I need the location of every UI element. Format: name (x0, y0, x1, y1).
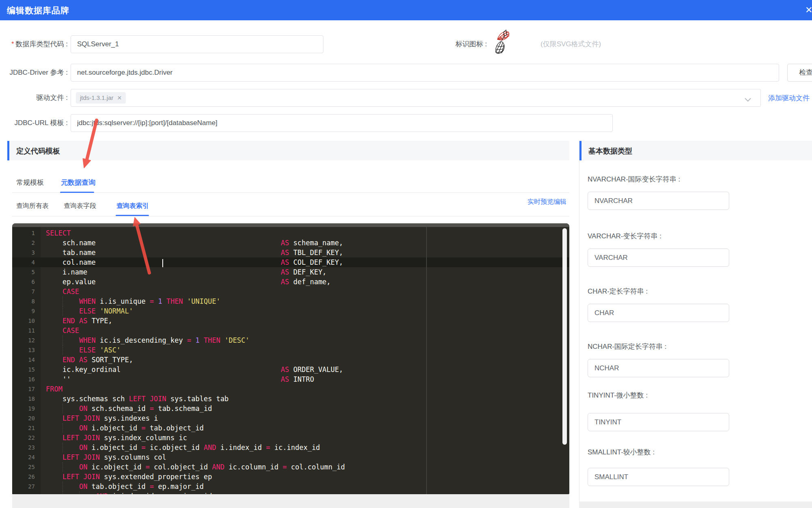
check-button[interactable]: 检查 (787, 64, 812, 82)
editor-line[interactable]: 25 ON ic.object_id = col.object_id AND i… (12, 462, 569, 472)
sqlserver-logo-icon[interactable] (492, 29, 513, 56)
datatype-label-nchar: NCHAR-国际定长字符串 : (588, 342, 667, 351)
line-number: 23 (12, 443, 41, 452)
active-subtab-underline (116, 215, 149, 216)
datatype-label-char: CHAR-定长字符串 : (588, 287, 648, 296)
line-number: 11 (12, 326, 41, 335)
page-bottom-strip (579, 502, 812, 508)
line-number: 18 (12, 394, 41, 404)
line-number: 12 (12, 335, 41, 345)
line-number: 8 (12, 296, 41, 306)
datatype-label-tinyint: TINYINT-微小整数 : (588, 391, 648, 400)
code-text: ep.valueAS def_name, (41, 277, 569, 287)
editor-line[interactable]: 9 ELSE 'NORMAL' (12, 306, 569, 316)
datatype-input-smallint[interactable] (588, 468, 729, 486)
jdbc-driver-input[interactable] (71, 64, 779, 82)
subtab-query-table-indexes[interactable]: 查询表索引 (116, 202, 149, 210)
editor-line[interactable]: 4 col.nameAS COL_DEF_KEY, (12, 257, 569, 267)
driver-file-select[interactable]: jtds-1.3.1.jar✕ (71, 89, 761, 107)
editor-line[interactable]: 27 ON tab.object_id = ep.major_id (12, 482, 569, 491)
editor-line[interactable]: 20 LEFT JOIN sys.indexes i (12, 413, 569, 423)
line-number: 9 (12, 306, 41, 316)
editor-line[interactable]: 24 LEFT JOIN sys.columns col (12, 452, 569, 462)
jdbc-driver-label: JDBC-Driver 参考 : (0, 64, 68, 82)
editor-line[interactable]: 21 ON i.object_id = tab.object_id (12, 423, 569, 433)
code-text: END AS SORT_TYPE, (41, 355, 569, 365)
icon-format-note: (仅限SVG格式文件) (541, 35, 601, 53)
editor-line[interactable]: 2 sch.nameAS schema_name, (12, 238, 569, 248)
editor-line[interactable]: 16 ''AS INTRO (12, 374, 569, 384)
datatype-input-char[interactable] (588, 304, 729, 322)
subtab-query-table-fields[interactable]: 查询表字段 (64, 202, 96, 210)
code-text: ON ic.object_id = col.object_id AND ic.c… (41, 462, 569, 472)
tab-metadata-query[interactable]: 元数据查询 (61, 178, 95, 187)
editor-vertical-scrollbar[interactable] (562, 228, 567, 445)
editor-top-strip (12, 223, 569, 227)
code-text: ON sch.schema_id = tab.schema_id (41, 404, 569, 413)
editor-line[interactable]: 19 ON sch.schema_id = tab.schema_id (12, 404, 569, 413)
code-text: AND i.index_id = ep.minor_id (41, 491, 569, 494)
code-text: ic.key_ordinalAS ORDER_VALUE, (41, 365, 569, 374)
editor-line[interactable]: 28 AND i.index_id = ep.minor_id (12, 491, 569, 494)
datatype-input-tinyint[interactable] (588, 413, 729, 431)
chevron-down-icon[interactable] (745, 96, 751, 104)
subtab-query-all-tables[interactable]: 查询所有表 (16, 202, 49, 210)
editor-line[interactable]: 22 LEFT JOIN sys.index_columns ic (12, 433, 569, 443)
code-text: sch.nameAS schema_name, (41, 238, 569, 248)
datatype-input-varchar[interactable] (588, 249, 729, 267)
line-number: 16 (12, 374, 41, 384)
code-text: LEFT JOIN sys.extended_properties ep (41, 472, 569, 482)
indent-guide (62, 345, 63, 355)
dialog-header: 编辑数据库品牌 ✕ (0, 0, 812, 20)
line-number: 10 (12, 316, 41, 326)
edit-database-brand-dialog: 编辑数据库品牌 ✕ *数据库类型代码 : 标识图标 : (仅限SVG格式文件) … (0, 0, 812, 508)
indent-guide (62, 482, 63, 491)
code-text: ON i.object_id = ic.object_id AND i.inde… (41, 443, 569, 452)
tag-remove-icon[interactable]: ✕ (117, 95, 122, 101)
editor-line[interactable]: 11 CASE (12, 326, 569, 335)
editor-line[interactable]: 8 WHEN i.is_unique = 1 THEN 'UNIQUE' (12, 296, 569, 306)
driver-file-tag: jtds-1.3.1.jar✕ (76, 92, 126, 104)
section-accent-bar (579, 141, 582, 160)
jdbc-url-label: JDBC-URL 模板 : (0, 114, 68, 132)
editor-line[interactable]: 3 tab.nameAS TBL_DEF_KEY, (12, 248, 569, 257)
editor-line[interactable]: 1SELECT (12, 228, 569, 238)
line-number: 20 (12, 413, 41, 423)
tab-general-template[interactable]: 常规模板 (16, 178, 44, 187)
datatype-input-nchar[interactable] (588, 359, 729, 377)
db-code-input[interactable] (71, 35, 323, 53)
code-text: ON i.object_id = tab.object_id (41, 423, 569, 433)
sql-code-editor[interactable]: 1SELECT2 sch.nameAS schema_name,3 tab.na… (12, 223, 569, 494)
editor-line[interactable]: 13 ELSE 'ASC' (12, 345, 569, 355)
editor-line[interactable]: 6 ep.valueAS def_name, (12, 277, 569, 287)
editor-line[interactable]: 26 LEFT JOIN sys.extended_properties ep (12, 472, 569, 482)
indent-guide (62, 404, 63, 413)
editor-line[interactable]: 23 ON i.object_id = ic.object_id AND i.i… (12, 443, 569, 452)
editor-line[interactable]: 5 i.nameAS DEF_KEY, (12, 267, 569, 277)
datatype-label-smallint: SMALLINT-较小整数 : (588, 447, 655, 457)
code-text: WHEN i.is_unique = 1 THEN 'UNIQUE' (41, 296, 569, 306)
jdbc-url-input[interactable] (71, 114, 613, 132)
editor-line[interactable]: 14 END AS SORT_TYPE, (12, 355, 569, 365)
editor-line[interactable]: 7 CASE (12, 287, 569, 296)
line-number: 6 (12, 277, 41, 287)
datatype-input-nvarchar[interactable] (588, 192, 729, 210)
editor-text-cursor (162, 259, 163, 267)
editor-lines[interactable]: 1SELECT2 sch.nameAS schema_name,3 tab.na… (12, 228, 569, 494)
editor-line[interactable]: 10 END AS TYPE, (12, 316, 569, 326)
indent-guide (62, 491, 63, 494)
driver-file-label: 驱动文件 : (0, 89, 68, 107)
live-preview-edit-link[interactable]: 实时预览编辑 (528, 198, 566, 206)
editor-line[interactable]: 18 sys.schemas sch LEFT JOIN sys.tables … (12, 394, 569, 404)
tabs-divider (12, 192, 569, 193)
editor-horizontal-scrollbar[interactable] (12, 494, 569, 508)
editor-line[interactable]: 12 WHEN ic.is_descending_key = 1 THEN 'D… (12, 335, 569, 345)
add-driver-file-link[interactable]: 添加驱动文件 (768, 93, 810, 103)
code-text: ''AS INTRO (41, 374, 569, 384)
required-asterisk: * (11, 41, 14, 48)
editor-line[interactable]: 17FROM (12, 384, 569, 394)
close-icon[interactable]: ✕ (805, 5, 812, 15)
subtabs-divider (12, 216, 569, 216)
editor-line[interactable]: 15 ic.key_ordinalAS ORDER_VALUE, (12, 365, 569, 374)
code-text: END AS TYPE, (41, 316, 569, 326)
